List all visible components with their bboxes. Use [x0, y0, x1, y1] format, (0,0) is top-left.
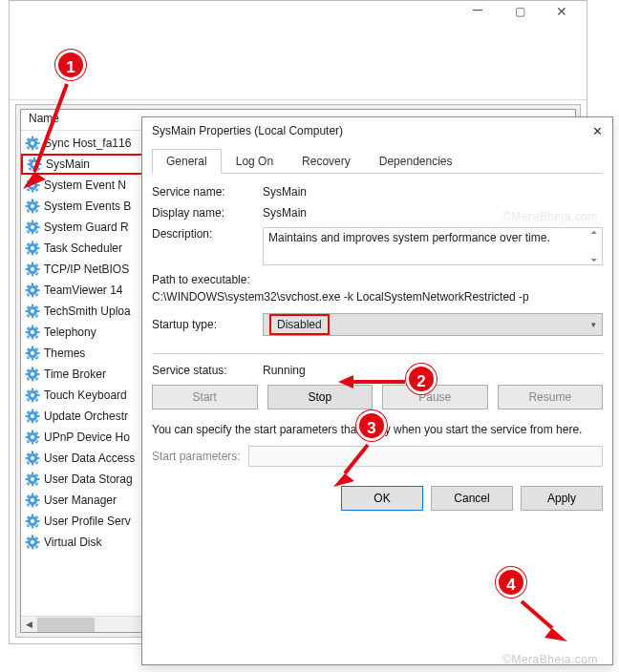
chevron-down-icon: ▾	[591, 320, 596, 329]
gear-icon	[27, 157, 42, 172]
cancel-button[interactable]: Cancel	[431, 486, 513, 511]
annotation-3: 3	[356, 410, 387, 441]
label-service-name: Service name:	[152, 185, 263, 199]
gear-icon	[25, 514, 40, 529]
maximize-button[interactable]: ▢	[499, 1, 541, 22]
watermark: ©MeraBheja.com	[502, 210, 598, 223]
service-name-label: UPnP Device Ho	[44, 430, 130, 444]
label-start-params: Start parameters:	[152, 450, 241, 463]
service-name-label: Time Broker	[44, 368, 106, 381]
scroll-left-icon[interactable]: ◀	[21, 617, 37, 633]
label-description: Description:	[152, 227, 263, 265]
gear-icon	[25, 409, 40, 424]
gear-icon	[25, 451, 40, 466]
service-name-label: User Manager	[44, 494, 117, 507]
watermark: ©MeraBheja.com	[502, 653, 598, 666]
stop-button[interactable]: Stop	[267, 385, 374, 410]
service-name-label: Virtual Disk	[44, 536, 101, 549]
startup-type-combo[interactable]: Disabled ▾	[263, 313, 603, 336]
annotation-2: 2	[406, 364, 437, 394]
dialog-close-icon[interactable]: ✕	[592, 124, 603, 138]
service-name-label: TechSmith Uploa	[44, 304, 131, 318]
service-name-label: Touch Keyboard	[44, 388, 127, 402]
gear-icon	[25, 178, 40, 193]
tab-log-on[interactable]: Log On	[222, 149, 288, 174]
gear-icon	[25, 346, 40, 361]
gear-icon	[25, 283, 40, 298]
gear-icon	[25, 388, 40, 403]
service-name-label: System Events B	[44, 200, 131, 213]
scroll-up-icon[interactable]: ⏶	[587, 228, 602, 237]
value-startup-type: Disabled	[269, 314, 330, 335]
gear-icon	[25, 304, 40, 319]
minimize-button[interactable]: –	[457, 1, 499, 22]
start-params-input	[248, 446, 603, 467]
service-name-label: User Profile Serv	[44, 514, 131, 528]
gear-icon	[25, 241, 40, 256]
service-name-label: User Data Access	[44, 452, 135, 465]
service-name-label: Sync Host_fa116	[44, 136, 131, 150]
service-name-label: TCP/IP NetBIOS	[44, 262, 129, 276]
service-name-label: User Data Storag	[44, 472, 133, 486]
annotation-4: 4	[496, 567, 526, 598]
gear-icon	[25, 535, 40, 550]
scroll-thumb[interactable]	[37, 618, 95, 632]
scroll-down-icon[interactable]: ⏷	[587, 256, 602, 264]
gear-icon	[25, 136, 40, 151]
start-button: Start	[152, 385, 258, 410]
label-service-status: Service status:	[152, 364, 263, 377]
label-display-name: Display name:	[152, 206, 263, 220]
properties-dialog: SysMain Properties (Local Computer) ✕ Ge…	[141, 116, 613, 665]
service-name-label: Update Orchestr	[44, 410, 128, 423]
service-name-label: System Event N	[44, 178, 126, 192]
gear-icon	[25, 325, 40, 340]
gear-icon	[25, 493, 40, 508]
gear-icon	[25, 367, 40, 382]
tab-recovery[interactable]: Recovery	[288, 149, 365, 174]
description-box: Maintains and improves system performanc…	[263, 227, 603, 265]
gear-icon	[25, 262, 40, 277]
pause-button: Pause	[382, 385, 488, 410]
value-path: C:\WINDOWS\system32\svchost.exe -k Local…	[152, 290, 603, 304]
label-path: Path to executable:	[152, 273, 603, 286]
ok-button[interactable]: OK	[341, 486, 423, 511]
service-name-label: SysMain	[46, 158, 90, 171]
label-startup-type: Startup type:	[152, 318, 263, 331]
service-name-label: Task Scheduler	[44, 242, 122, 255]
gear-icon	[25, 430, 40, 445]
close-button[interactable]: ✕	[541, 1, 583, 22]
service-name-label: TeamViewer 14	[44, 284, 123, 297]
service-name-label: Themes	[44, 346, 85, 360]
toolbar-area	[10, 30, 587, 100]
gear-icon	[25, 472, 40, 487]
annotation-1: 1	[55, 50, 86, 80]
apply-button[interactable]: Apply	[521, 486, 603, 511]
tab-dependencies[interactable]: Dependencies	[365, 149, 467, 174]
gear-icon	[25, 199, 40, 214]
tab-general[interactable]: General	[152, 149, 222, 174]
dialog-title: SysMain Properties (Local Computer)	[152, 124, 343, 137]
service-name-label: System Guard R	[44, 220, 129, 234]
gear-icon	[25, 220, 40, 235]
value-service-name: SysMain	[263, 185, 603, 199]
value-description: Maintains and improves system performanc…	[268, 231, 550, 244]
service-name-label: Telephony	[44, 326, 96, 339]
resume-button: Resume	[498, 385, 604, 410]
